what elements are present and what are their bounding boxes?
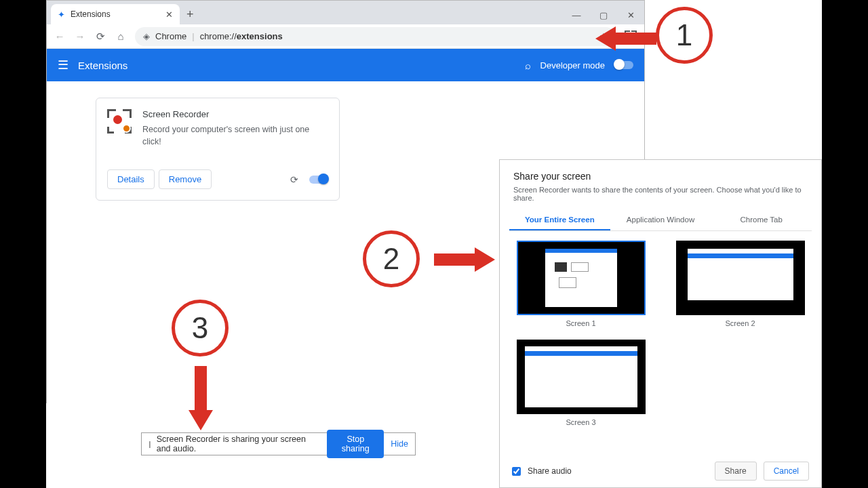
extension-name: Screen Recorder [142,109,312,119]
arrow-3 [185,366,216,430]
menu-icon[interactable]: ☰ [58,58,68,73]
reload-extension-icon[interactable]: ⟳ [290,174,298,185]
browser-tab[interactable]: ✦ Extensions ✕ [51,4,180,24]
tab-app-window[interactable]: Application Window [610,210,711,230]
extension-enable-toggle[interactable] [309,176,328,184]
screen-thumb-1[interactable] [517,241,646,315]
developer-mode-label: Developer mode [540,60,605,70]
stop-sharing-button[interactable]: Stop sharing [327,430,384,458]
dialog-title: Share your screen [513,171,808,182]
annotation-2: 2 [363,230,420,287]
hide-button[interactable]: Hide [391,439,408,449]
share-audio-label: Share audio [528,466,572,476]
back-button[interactable]: ← [54,30,66,42]
svg-marker-2 [189,366,213,430]
thumb-label: Screen 1 [566,319,595,327]
svg-marker-1 [434,247,495,272]
svg-marker-0 [595,26,656,51]
arrow-1 [595,23,656,54]
reload-button[interactable]: ⟳ [94,30,106,43]
url-prefix: Chrome [155,31,186,41]
omnibox[interactable]: ◈ Chrome | chrome://extensions ☆ [135,27,616,46]
sharing-message: Screen Recorder is sharing your screen a… [157,434,320,453]
annotation-3: 3 [172,300,229,357]
screen-thumb-2[interactable] [676,241,805,315]
sharing-status-bar: || Screen Recorder is sharing your scree… [141,432,416,455]
screen-thumb-3[interactable] [517,340,646,414]
thumb-label: Screen 2 [725,319,755,327]
extensions-header: ☰ Extensions ⌕ Developer mode [47,49,644,81]
developer-mode-toggle[interactable] [614,61,633,69]
thumb-label: Screen 3 [566,418,595,426]
close-tab-icon[interactable]: ✕ [165,9,173,20]
extension-card: Screen Recorder Record your computer's s… [96,98,340,201]
tab-strip: ✦ Extensions ✕ + — ▢ ✕ [47,1,644,24]
minimize-button[interactable]: — [563,5,590,24]
cancel-button[interactable]: Cancel [764,462,809,481]
details-button[interactable]: Details [107,169,155,189]
remove-button[interactable]: Remove [159,169,212,189]
close-window-button[interactable]: ✕ [617,5,644,24]
share-screen-dialog: Share your screen Screen Recorder wants … [499,159,822,488]
home-button[interactable]: ⌂ [115,30,127,42]
extension-logo-icon [107,109,132,134]
dialog-subtitle: Screen Recorder wants to share the conte… [513,186,808,202]
pause-icon[interactable]: || [149,440,150,448]
forward-button[interactable]: → [74,30,86,42]
site-info-icon: ◈ [143,31,150,41]
tab-title: Extensions [71,9,111,19]
dialog-tabs: Your Entire Screen Application Window Ch… [509,210,812,231]
window-controls: — ▢ ✕ [563,5,644,24]
puzzle-icon: ✦ [58,9,65,20]
tab-entire-screen[interactable]: Your Entire Screen [509,210,610,230]
tab-chrome-tab[interactable]: Chrome Tab [711,210,812,230]
share-audio-checkbox[interactable] [512,467,521,476]
arrow-2 [434,244,495,275]
extension-description: Record your computer's screen with just … [142,123,312,148]
share-button[interactable]: Share [715,462,757,481]
page-title: Extensions [78,60,127,71]
search-icon[interactable]: ⌕ [525,60,531,71]
annotation-1: 1 [656,7,713,64]
new-tab-button[interactable]: + [180,7,201,24]
maximize-button[interactable]: ▢ [590,5,617,24]
address-bar: ← → ⟳ ⌂ ◈ Chrome | chrome://extensions ☆ [47,24,644,49]
